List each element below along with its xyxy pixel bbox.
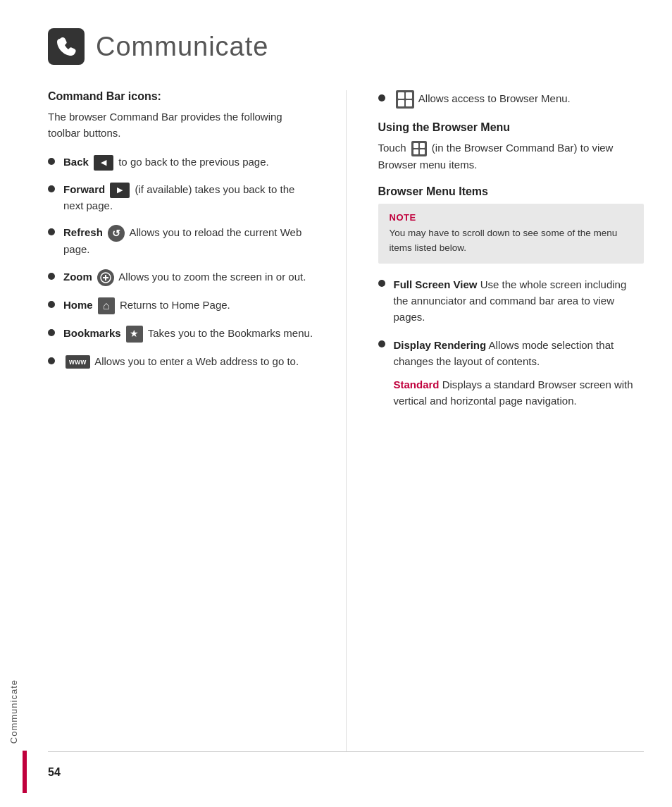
display-rendering-content: Display Rendering Allows mode selection … — [394, 337, 645, 409]
allows-access-item: Allows access to Browser Menu. — [378, 90, 645, 109]
grid-cell — [420, 143, 425, 148]
grid-cell — [413, 149, 418, 154]
bookmarks-item-content: Bookmarks Takes you to the Bookmarks men… — [63, 326, 313, 343]
browser-menu-items-heading: Browser Menu Items — [378, 185, 645, 198]
right-column: Allows access to Browser Menu. Using the… — [371, 90, 645, 751]
zoom-icon — [97, 269, 114, 286]
bullet-dot — [378, 280, 385, 287]
phone-icon — [56, 36, 77, 57]
bullet-dot — [48, 329, 55, 336]
back-label: Back — [63, 156, 89, 168]
zoom-label: Zoom — [63, 271, 92, 283]
grid-cell — [413, 143, 418, 148]
list-item-bookmarks: Bookmarks Takes you to the Bookmarks men… — [48, 326, 314, 343]
sidebar: Communicate — [0, 0, 27, 807]
back-icon — [94, 155, 113, 171]
list-item-refresh: Refresh Allows you to reload the current… — [48, 225, 314, 258]
standard-paragraph: Standard Displays a standard Browser scr… — [394, 376, 645, 409]
refresh-icon — [108, 225, 125, 242]
note-box: NOTE You may have to scroll down to see … — [378, 204, 645, 264]
bullet-dot — [378, 94, 385, 101]
bullet-dot — [48, 185, 55, 192]
note-label: NOTE — [390, 212, 633, 223]
back-text: to go back to the previous page. — [118, 156, 268, 168]
bullet-dot — [48, 158, 55, 165]
www-item-content: www Allows you to enter a Web address to… — [63, 354, 299, 370]
refresh-item-content: Refresh Allows you to reload the current… — [63, 225, 314, 258]
list-item-back: Back to go back to the previous page. — [48, 154, 314, 171]
bullet-dot — [48, 273, 55, 280]
zoom-plus-icon — [100, 272, 111, 283]
note-text: You may have to scroll down to see some … — [390, 226, 633, 255]
zoom-text: Allows you to zoom the screen in or out. — [118, 271, 306, 283]
full-screen-content: Full Screen View Use the whole screen in… — [394, 276, 645, 326]
right-bullet-list: Full Screen View Use the whole screen in… — [378, 276, 645, 409]
www-icon: www — [66, 355, 90, 369]
header-icon — [48, 28, 85, 65]
column-divider — [346, 90, 347, 751]
grid-cell — [406, 92, 412, 99]
allows-access-text: Allows access to Browser Menu. — [418, 92, 571, 104]
command-bar-intro: The browser Command Bar provides the fol… — [48, 109, 314, 142]
bookmarks-text: Takes you to the Bookmarks menu. — [148, 327, 313, 339]
bookmarks-label: Bookmarks — [63, 327, 121, 339]
list-item-www: www Allows you to enter a Web address to… — [48, 354, 314, 370]
bookmark-icon — [126, 326, 143, 343]
two-col-layout: Command Bar icons: The browser Command B… — [48, 90, 644, 751]
home-icon — [98, 297, 115, 314]
using-browser-menu-heading: Using the Browser Menu — [378, 121, 645, 134]
sidebar-bar — [23, 751, 27, 793]
forward-item-content: Forward (if available) takes you back to… — [63, 182, 314, 214]
list-item-display-rendering: Display Rendering Allows mode selection … — [378, 337, 645, 409]
forward-icon — [110, 183, 130, 198]
grid-cell — [398, 100, 404, 106]
grid-cell — [420, 149, 425, 154]
grid-cell — [406, 100, 412, 106]
bullet-dot — [378, 340, 385, 347]
main-content: Communicate Command Bar icons: The brows… — [27, 0, 672, 807]
list-item-forward: Forward (if available) takes you back to… — [48, 182, 314, 214]
list-item-home: Home Returns to Home Page. — [48, 297, 314, 314]
forward-label: Forward — [63, 183, 105, 195]
home-label: Home — [63, 299, 93, 311]
list-item-zoom: Zoom Allows you to zoom the screen in or… — [48, 269, 314, 286]
list-item-full-screen: Full Screen View Use the whole screen in… — [378, 276, 645, 326]
home-text: Returns to Home Page. — [120, 299, 230, 311]
bullet-dot — [48, 357, 55, 364]
back-item-content: Back to go back to the previous page. — [63, 154, 269, 171]
grid-icon-inline — [411, 141, 427, 156]
display-rendering-label: Display Rendering — [394, 339, 487, 351]
browser-menu-touch-text: Touch (in the Browser Command Bar) to vi… — [378, 140, 645, 173]
grid-icon — [396, 90, 414, 109]
zoom-item-content: Zoom Allows you to zoom the screen in or… — [63, 269, 306, 286]
bullet-dot — [48, 301, 55, 308]
command-bar-heading: Command Bar icons: — [48, 90, 314, 103]
refresh-label: Refresh — [63, 226, 103, 238]
standard-label: Standard — [394, 378, 440, 390]
sidebar-label: Communicate — [8, 679, 19, 744]
page-header: Communicate — [48, 28, 644, 65]
page-footer: 54 — [48, 751, 644, 779]
page-title: Communicate — [96, 32, 268, 62]
www-text: Allows you to enter a Web address to go … — [94, 355, 299, 367]
left-column: Command Bar icons: The browser Command B… — [48, 90, 321, 751]
grid-cell — [398, 92, 404, 99]
allows-access-content: Allows access to Browser Menu. — [394, 90, 571, 109]
bullet-dot — [48, 228, 55, 235]
full-screen-label: Full Screen View — [394, 278, 478, 290]
home-item-content: Home Returns to Home Page. — [63, 297, 230, 314]
page-number: 54 — [48, 766, 61, 779]
command-bar-list: Back to go back to the previous page. Fo… — [48, 154, 314, 370]
